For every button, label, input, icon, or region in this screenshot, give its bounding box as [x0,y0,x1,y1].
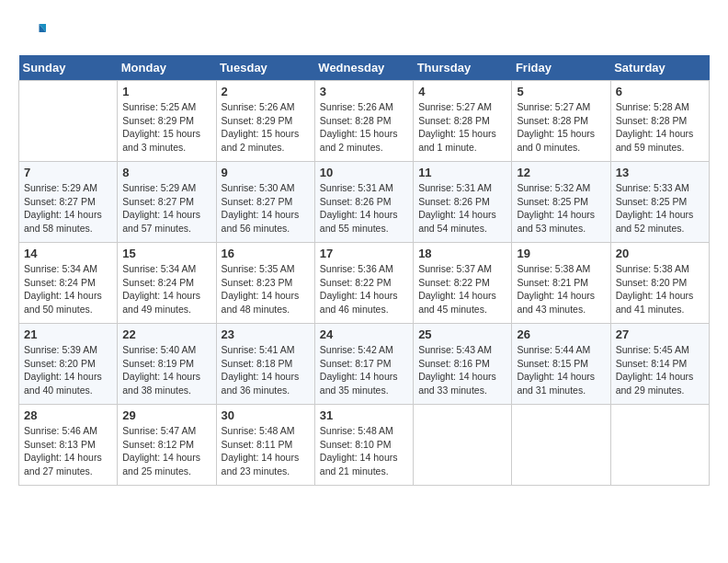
day-number: 15 [122,247,210,260]
calendar-cell: 24Sunrise: 5:42 AMSunset: 8:17 PMDayligh… [314,324,413,405]
page-header [18,18,710,46]
day-number: 10 [320,166,408,179]
weekday-header-saturday: Saturday [610,55,709,81]
calendar-cell: 3Sunrise: 5:26 AMSunset: 8:28 PMDaylight… [314,81,413,162]
cell-content: Sunrise: 5:38 AMSunset: 8:21 PMDaylight:… [517,262,605,316]
cell-content: Sunrise: 5:42 AMSunset: 8:17 PMDaylight:… [320,343,408,397]
day-number: 5 [517,85,605,98]
weekday-header-sunday: Sunday [19,55,118,81]
calendar-cell: 14Sunrise: 5:34 AMSunset: 8:24 PMDayligh… [19,243,118,324]
day-number: 12 [517,166,605,179]
calendar-cell: 10Sunrise: 5:31 AMSunset: 8:26 PMDayligh… [314,162,413,243]
weekday-header-row: SundayMondayTuesdayWednesdayThursdayFrid… [19,55,710,81]
calendar-cell: 25Sunrise: 5:43 AMSunset: 8:16 PMDayligh… [414,324,512,405]
day-number: 24 [320,327,408,341]
calendar-cell: 13Sunrise: 5:33 AMSunset: 8:25 PMDayligh… [610,162,709,243]
cell-content: Sunrise: 5:46 AMSunset: 8:13 PMDaylight:… [24,424,112,478]
cell-content: Sunrise: 5:48 AMSunset: 8:11 PMDaylight:… [222,424,310,478]
day-number: 13 [616,166,704,179]
day-number: 26 [517,327,605,341]
day-number: 20 [616,247,704,260]
day-number: 28 [24,408,112,422]
cell-content: Sunrise: 5:31 AMSunset: 8:26 PMDaylight:… [320,181,408,236]
calendar-week-row: 21Sunrise: 5:39 AMSunset: 8:20 PMDayligh… [19,324,710,405]
calendar-cell: 23Sunrise: 5:41 AMSunset: 8:18 PMDayligh… [216,324,314,405]
cell-content: Sunrise: 5:29 AMSunset: 8:27 PMDaylight:… [122,181,210,236]
cell-content: Sunrise: 5:36 AMSunset: 8:22 PMDaylight:… [320,262,408,316]
calendar-cell: 6Sunrise: 5:28 AMSunset: 8:28 PMDaylight… [610,81,709,162]
day-number: 8 [122,166,210,179]
cell-content: Sunrise: 5:26 AMSunset: 8:29 PMDaylight:… [222,100,310,155]
cell-content: Sunrise: 5:45 AMSunset: 8:14 PMDaylight:… [616,343,704,397]
calendar-cell: 4Sunrise: 5:27 AMSunset: 8:28 PMDaylight… [414,81,512,162]
cell-content: Sunrise: 5:33 AMSunset: 8:25 PMDaylight:… [616,181,704,236]
day-number: 25 [418,327,506,341]
cell-content: Sunrise: 5:41 AMSunset: 8:18 PMDaylight:… [222,343,310,397]
day-number: 4 [418,85,506,98]
calendar-cell [610,405,709,486]
cell-content: Sunrise: 5:48 AMSunset: 8:10 PMDaylight:… [320,424,408,478]
calendar-cell: 11Sunrise: 5:31 AMSunset: 8:26 PMDayligh… [414,162,512,243]
cell-content: Sunrise: 5:39 AMSunset: 8:20 PMDaylight:… [24,343,112,397]
day-number: 11 [418,166,506,179]
calendar-week-row: 1Sunrise: 5:25 AMSunset: 8:29 PMDaylight… [19,81,710,162]
day-number: 9 [222,166,310,179]
cell-content: Sunrise: 5:31 AMSunset: 8:26 PMDaylight:… [418,181,506,236]
calendar-cell: 15Sunrise: 5:34 AMSunset: 8:24 PMDayligh… [118,243,216,324]
calendar-cell [414,405,512,486]
cell-content: Sunrise: 5:44 AMSunset: 8:15 PMDaylight:… [517,343,605,397]
calendar-cell: 30Sunrise: 5:48 AMSunset: 8:11 PMDayligh… [216,405,314,486]
cell-content: Sunrise: 5:32 AMSunset: 8:25 PMDaylight:… [517,181,605,236]
calendar-cell: 31Sunrise: 5:48 AMSunset: 8:10 PMDayligh… [314,405,413,486]
day-number: 7 [24,166,112,179]
calendar-week-row: 7Sunrise: 5:29 AMSunset: 8:27 PMDaylight… [19,162,710,243]
calendar-cell: 2Sunrise: 5:26 AMSunset: 8:29 PMDaylight… [216,81,314,162]
cell-content: Sunrise: 5:27 AMSunset: 8:28 PMDaylight:… [517,100,605,155]
calendar-cell: 8Sunrise: 5:29 AMSunset: 8:27 PMDaylight… [118,162,216,243]
weekday-header-tuesday: Tuesday [216,55,314,81]
calendar-week-row: 14Sunrise: 5:34 AMSunset: 8:24 PMDayligh… [19,243,710,324]
day-number: 21 [24,327,112,341]
weekday-header-friday: Friday [512,55,610,81]
cell-content: Sunrise: 5:34 AMSunset: 8:24 PMDaylight:… [122,262,210,316]
calendar-cell: 18Sunrise: 5:37 AMSunset: 8:22 PMDayligh… [414,243,512,324]
cell-content: Sunrise: 5:28 AMSunset: 8:28 PMDaylight:… [616,100,704,155]
cell-content: Sunrise: 5:47 AMSunset: 8:12 PMDaylight:… [122,424,210,478]
calendar-cell [19,81,118,162]
cell-content: Sunrise: 5:37 AMSunset: 8:22 PMDaylight:… [418,262,506,316]
cell-content: Sunrise: 5:38 AMSunset: 8:20 PMDaylight:… [616,262,704,316]
calendar-cell: 9Sunrise: 5:30 AMSunset: 8:27 PMDaylight… [216,162,314,243]
calendar-cell: 19Sunrise: 5:38 AMSunset: 8:21 PMDayligh… [512,243,610,324]
calendar-cell: 5Sunrise: 5:27 AMSunset: 8:28 PMDaylight… [512,81,610,162]
day-number: 17 [320,247,408,260]
day-number: 2 [222,85,310,98]
logo [18,18,48,46]
weekday-header-thursday: Thursday [414,55,512,81]
calendar-cell: 29Sunrise: 5:47 AMSunset: 8:12 PMDayligh… [118,405,216,486]
cell-content: Sunrise: 5:29 AMSunset: 8:27 PMDaylight:… [24,181,112,236]
cell-content: Sunrise: 5:25 AMSunset: 8:29 PMDaylight:… [122,100,210,155]
calendar-cell: 12Sunrise: 5:32 AMSunset: 8:25 PMDayligh… [512,162,610,243]
calendar-cell: 7Sunrise: 5:29 AMSunset: 8:27 PMDaylight… [19,162,118,243]
calendar-cell: 26Sunrise: 5:44 AMSunset: 8:15 PMDayligh… [512,324,610,405]
day-number: 16 [222,247,310,260]
day-number: 14 [24,247,112,260]
weekday-header-monday: Monday [118,55,216,81]
day-number: 18 [418,247,506,260]
calendar-cell: 28Sunrise: 5:46 AMSunset: 8:13 PMDayligh… [19,405,118,486]
logo-icon [18,18,46,46]
day-number: 31 [320,408,408,422]
day-number: 30 [222,408,310,422]
cell-content: Sunrise: 5:26 AMSunset: 8:28 PMDaylight:… [320,100,408,155]
cell-content: Sunrise: 5:35 AMSunset: 8:23 PMDaylight:… [222,262,310,316]
cell-content: Sunrise: 5:40 AMSunset: 8:19 PMDaylight:… [122,343,210,397]
day-number: 29 [122,408,210,422]
cell-content: Sunrise: 5:43 AMSunset: 8:16 PMDaylight:… [418,343,506,397]
day-number: 23 [222,327,310,341]
calendar-week-row: 28Sunrise: 5:46 AMSunset: 8:13 PMDayligh… [19,405,710,486]
calendar-table: SundayMondayTuesdayWednesdayThursdayFrid… [18,55,710,486]
calendar-cell: 22Sunrise: 5:40 AMSunset: 8:19 PMDayligh… [118,324,216,405]
calendar-cell: 20Sunrise: 5:38 AMSunset: 8:20 PMDayligh… [610,243,709,324]
day-number: 22 [122,327,210,341]
calendar-cell: 21Sunrise: 5:39 AMSunset: 8:20 PMDayligh… [19,324,118,405]
